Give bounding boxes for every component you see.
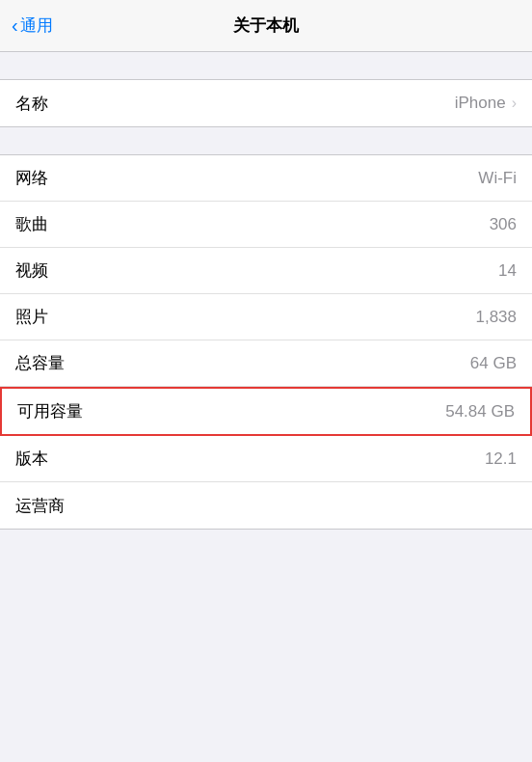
network-value: Wi-Fi bbox=[478, 169, 517, 188]
gap-2 bbox=[0, 127, 532, 154]
page-title: 关于本机 bbox=[233, 14, 299, 37]
carrier-label: 运营商 bbox=[15, 495, 65, 517]
songs-value-container: 306 bbox=[490, 215, 517, 234]
row-version: 版本 12.1 bbox=[0, 436, 532, 482]
songs-label: 歌曲 bbox=[15, 213, 48, 235]
version-label: 版本 bbox=[15, 448, 48, 470]
version-value: 12.1 bbox=[485, 449, 517, 469]
row-photos: 照片 1,838 bbox=[0, 294, 532, 340]
row-available-capacity: 可用容量 54.84 GB bbox=[0, 387, 532, 436]
network-value-container: Wi-Fi bbox=[478, 169, 517, 188]
name-chevron-icon: › bbox=[512, 95, 517, 112]
name-value-container: iPhone › bbox=[455, 94, 517, 113]
photos-label: 照片 bbox=[15, 306, 48, 328]
row-carrier: 运营商 bbox=[0, 482, 532, 529]
total-capacity-value-container: 64 GB bbox=[470, 354, 517, 373]
network-label: 网络 bbox=[15, 167, 48, 189]
videos-value: 14 bbox=[498, 261, 517, 281]
videos-label: 视频 bbox=[15, 259, 48, 282]
photos-value: 1,838 bbox=[475, 308, 517, 327]
name-label: 名称 bbox=[15, 93, 48, 115]
nav-bar: ‹ 通用 关于本机 bbox=[0, 0, 532, 52]
gap-1 bbox=[0, 52, 532, 79]
section-name: 名称 iPhone › bbox=[0, 79, 532, 127]
available-capacity-value-container: 54.84 GB bbox=[445, 402, 515, 422]
back-button[interactable]: ‹ 通用 bbox=[12, 14, 53, 37]
row-network: 网络 Wi-Fi bbox=[0, 155, 532, 202]
row-videos: 视频 14 bbox=[0, 248, 532, 294]
back-label: 通用 bbox=[20, 14, 53, 37]
name-value: iPhone bbox=[455, 94, 506, 113]
available-capacity-value: 54.84 GB bbox=[445, 402, 515, 422]
photos-value-container: 1,838 bbox=[475, 308, 517, 327]
back-chevron-icon: ‹ bbox=[12, 14, 18, 37]
songs-value: 306 bbox=[490, 215, 517, 234]
row-songs: 歌曲 306 bbox=[0, 202, 532, 248]
total-capacity-label: 总容量 bbox=[15, 352, 65, 374]
row-name[interactable]: 名称 iPhone › bbox=[0, 80, 532, 126]
row-total-capacity: 总容量 64 GB bbox=[0, 340, 532, 387]
total-capacity-value: 64 GB bbox=[470, 354, 517, 373]
available-capacity-label: 可用容量 bbox=[17, 400, 83, 422]
version-value-container: 12.1 bbox=[485, 449, 517, 469]
videos-value-container: 14 bbox=[498, 261, 517, 281]
section-details: 网络 Wi-Fi 歌曲 306 视频 14 照片 1,838 总容量 64 GB… bbox=[0, 154, 532, 530]
